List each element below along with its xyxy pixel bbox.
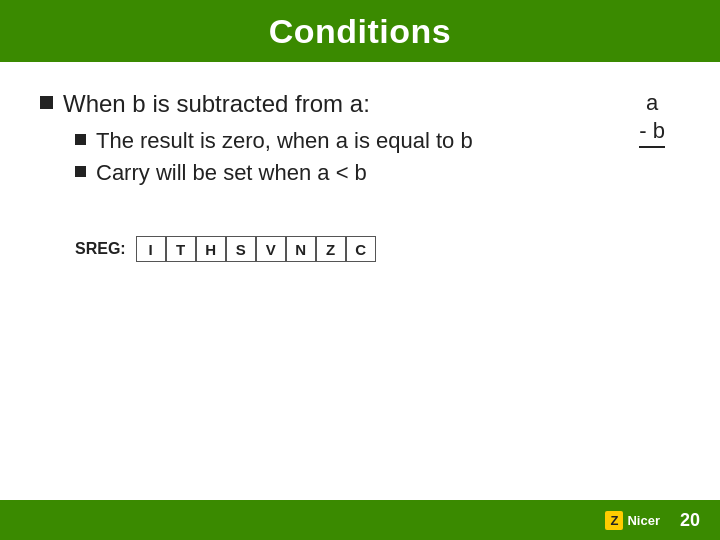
sreg-cells: I T H S V N Z C [136, 236, 376, 262]
sub-bullets: The result is zero, when a is equal to b… [75, 128, 680, 186]
footer-bar: Z Nicer 20 [0, 500, 720, 540]
footer-logo-box: Z [605, 511, 623, 530]
sreg-cell-c: C [346, 236, 376, 262]
sub-bullet-icon-1 [75, 134, 86, 145]
header-bar: Conditions [0, 0, 720, 62]
sub-bullet-2: Carry will be set when a < b [75, 160, 680, 186]
sreg-cell-n: N [286, 236, 316, 262]
bullet-icon [40, 96, 53, 109]
content-area: When b is subtracted from a: The result … [0, 62, 720, 282]
main-bullet-text: When b is subtracted from a: [63, 90, 370, 118]
sreg-cell-t: T [166, 236, 196, 262]
right-a-label: a [646, 90, 658, 116]
sreg-cell-h: H [196, 236, 226, 262]
sreg-cell-s: S [226, 236, 256, 262]
sreg-cell-i: I [136, 236, 166, 262]
sub-bullet-text-2: Carry will be set when a < b [96, 160, 367, 186]
sreg-label: SREG: [75, 240, 126, 258]
right-side-annotation: a - b [639, 90, 665, 148]
sreg-row: SREG: I T H S V N Z C [75, 236, 680, 262]
sub-bullet-icon-2 [75, 166, 86, 177]
footer-logo: Z Nicer [605, 511, 659, 530]
sreg-cell-z: Z [316, 236, 346, 262]
main-bullet: When b is subtracted from a: [40, 90, 680, 118]
page-title: Conditions [269, 12, 452, 51]
page-number: 20 [680, 510, 700, 531]
footer-logo-text: Nicer [627, 513, 660, 528]
sub-bullet-1: The result is zero, when a is equal to b [75, 128, 680, 154]
sreg-cell-v: V [256, 236, 286, 262]
right-b-label: - b [639, 118, 665, 148]
sub-bullet-text-1: The result is zero, when a is equal to b [96, 128, 473, 154]
